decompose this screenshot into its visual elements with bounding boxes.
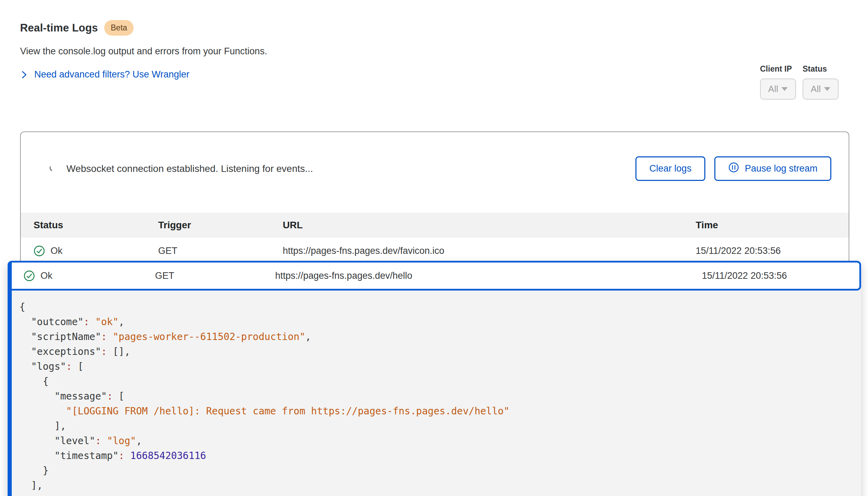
column-status: Status — [34, 220, 158, 231]
row-time: 15/11/2022 20:53:56 — [696, 246, 849, 256]
spinner-icon — [49, 163, 58, 174]
row-trigger: GET — [158, 246, 283, 256]
row-status: Ok — [40, 270, 53, 281]
row-status: Ok — [51, 246, 63, 256]
websocket-status: Websocket connection established. Listen… — [49, 163, 313, 174]
table-row[interactable]: Ok GET https://pages-fns.pages.dev/favic… — [21, 238, 849, 264]
column-time: Time — [696, 220, 849, 231]
table-header: Status Trigger URL Time — [21, 213, 849, 238]
pause-log-stream-label: Pause log stream — [745, 163, 817, 174]
clear-logs-button[interactable]: Clear logs — [635, 156, 705, 181]
row-trigger: GET — [155, 270, 275, 281]
column-url: URL — [283, 220, 696, 231]
row-time: 15/11/2022 20:53:56 — [702, 270, 859, 281]
log-json: { "outcome": "ok", "scriptName": "pages-… — [12, 291, 861, 496]
column-trigger: Trigger — [158, 220, 283, 231]
client-ip-label: Client IP — [760, 64, 796, 74]
expanded-log-entry: Ok GET https://pages-fns.pages.dev/hello… — [8, 261, 861, 496]
status-ok-icon — [24, 270, 35, 282]
chevron-right-icon — [20, 70, 28, 80]
page-title: Real-time Logs — [20, 22, 98, 34]
caret-down-icon — [824, 87, 830, 91]
card-toolbar: Websocket connection established. Listen… — [21, 132, 849, 213]
row-url: https://pages-fns.pages.dev/favicon.ico — [283, 246, 696, 256]
websocket-status-text: Websocket connection established. Listen… — [66, 163, 313, 174]
clear-logs-label: Clear logs — [649, 163, 691, 174]
wrangler-link-label: Need advanced filters? Use Wrangler — [34, 69, 189, 80]
status-ok-icon — [34, 245, 45, 257]
page-header: Real-time Logs Beta View the console.log… — [20, 20, 267, 80]
caret-down-icon — [781, 87, 788, 91]
filters: Client IP All Status All — [760, 64, 839, 100]
status-dropdown[interactable]: All — [803, 79, 839, 100]
client-ip-value: All — [768, 84, 778, 94]
status-filter-label: Status — [803, 64, 839, 74]
wrangler-link[interactable]: Need advanced filters? Use Wrangler — [20, 69, 189, 80]
row-url: https://pages-fns.pages.dev/hello — [275, 270, 702, 281]
client-ip-dropdown[interactable]: All — [760, 79, 796, 100]
beta-badge: Beta — [104, 20, 134, 36]
pause-icon — [728, 162, 739, 175]
pause-log-stream-button[interactable]: Pause log stream — [714, 156, 831, 181]
selected-log-row[interactable]: Ok GET https://pages-fns.pages.dev/hello… — [12, 261, 861, 291]
status-filter-value: All — [811, 84, 821, 94]
page-subtitle: View the console.log output and errors f… — [20, 46, 267, 57]
